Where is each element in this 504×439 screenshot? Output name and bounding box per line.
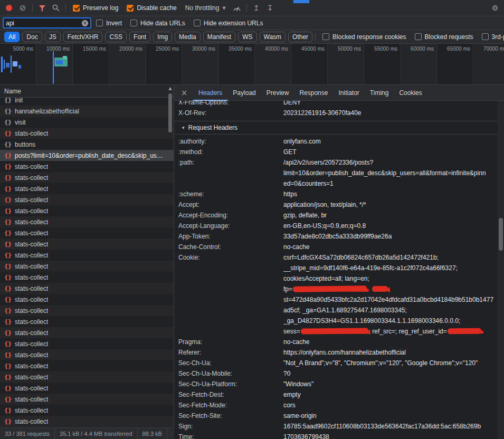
checkbox-3rd-party-requests[interactable]: 3rd-party requests: [482, 33, 504, 41]
checkbox-hide-extension-urls[interactable]: Hide extension URLs: [194, 20, 263, 27]
request-row[interactable]: {}stats-collect: [0, 371, 174, 383]
request-row[interactable]: {}stats-collect: [0, 205, 174, 216]
clear-filter-button[interactable]: ×: [82, 20, 88, 26]
checkbox-icon[interactable]: [96, 20, 103, 26]
type-filter-all[interactable]: All: [4, 32, 20, 42]
request-row[interactable]: {}stats-collect: [0, 261, 174, 272]
checkbox-blocked-response-cookies[interactable]: Blocked response cookies: [322, 33, 406, 41]
clear-icon: ⊘: [20, 3, 26, 13]
request-list-scroll-thumb[interactable]: [168, 93, 172, 132]
request-row[interactable]: {}stats-collect: [0, 128, 174, 139]
name-column-header[interactable]: Name: [0, 85, 174, 98]
request-row[interactable]: {}stats-collect: [0, 194, 174, 205]
checkbox-preserve-log[interactable]: Preserve log: [73, 4, 118, 12]
network-overview-timeline[interactable]: 5000 ms10000 ms15000 ms20000 ms25000 ms3…: [0, 44, 504, 85]
type-filter-js[interactable]: JS: [45, 32, 61, 42]
request-row[interactable]: {}stats-collect: [0, 283, 174, 294]
request-row[interactable]: {}stats-collect: [0, 360, 174, 371]
search-button[interactable]: [49, 2, 63, 14]
request-row[interactable]: {}stats-collect: [0, 238, 174, 250]
type-filter-wasm[interactable]: Wasm: [260, 32, 286, 42]
request-row[interactable]: {}stats-collect: [0, 216, 174, 227]
tab-headers[interactable]: Headers: [193, 85, 227, 101]
request-row[interactable]: {}stats-collect: [0, 416, 174, 427]
request-headers-section[interactable]: ▾ Request Headers: [174, 121, 498, 135]
header-name: Accept:: [178, 199, 283, 210]
request-row[interactable]: {}stats-collect: [0, 305, 174, 316]
tab-initiator[interactable]: Initiator: [333, 85, 364, 101]
request-row[interactable]: {}stats-collect: [0, 161, 174, 172]
request-row[interactable]: {}stats-collect: [0, 183, 174, 194]
network-conditions-button[interactable]: [230, 2, 244, 14]
request-row[interactable]: {}stats-collect: [0, 272, 174, 283]
request-row[interactable]: {}visit: [0, 117, 174, 128]
checkbox-blocked-requests[interactable]: Blocked requests: [415, 33, 473, 41]
request-row[interactable]: {}stats-collect: [0, 383, 174, 394]
request-row[interactable]: {}hannahelizabethofficial: [0, 106, 174, 117]
request-row[interactable]: {}stats-collect: [0, 172, 174, 183]
type-filter-manifest[interactable]: Manifest: [203, 32, 235, 42]
request-row[interactable]: {}stats-collect: [0, 405, 174, 416]
request-type-icon: {}: [4, 407, 12, 413]
checkbox-icon[interactable]: [415, 33, 422, 40]
record-button[interactable]: [2, 2, 16, 14]
checkbox-disable-cache[interactable]: Disable cache: [127, 4, 176, 12]
type-filter-other[interactable]: Other: [288, 32, 312, 42]
checkbox-icon[interactable]: [322, 33, 329, 40]
request-row[interactable]: {}stats-collect: [0, 227, 174, 238]
status-segment: 88.3 kB: [138, 428, 167, 439]
request-row[interactable]: {}init: [0, 98, 174, 106]
tab-preview[interactable]: Preview: [261, 85, 294, 101]
header-value-line: ad5cf; _ga=GA1.1.689275447.1698003345;: [283, 305, 498, 316]
checkbox-icon[interactable]: [73, 5, 80, 12]
clear-button[interactable]: ⊘: [16, 2, 30, 14]
header-value: https://onlyfans.com/hannahelizabethoffi…: [283, 347, 498, 358]
type-filter-css[interactable]: CSS: [105, 32, 127, 42]
filter-toggle-button[interactable]: [35, 2, 49, 14]
request-row[interactable]: {}stats-collect: [0, 338, 174, 349]
request-row[interactable]: {}buttons: [0, 139, 174, 150]
type-filter-fetch-xhr[interactable]: Fetch/XHR: [63, 32, 103, 42]
tab-timing[interactable]: Timing: [365, 85, 394, 101]
header-value: no-cache: [283, 337, 498, 347]
timeline-band: 60000 ms: [401, 44, 437, 84]
request-row[interactable]: {}stats-collect: [0, 294, 174, 305]
checkbox-icon[interactable]: [130, 20, 137, 26]
request-row[interactable]: {}posts?limit=10&order=publish_date_desc…: [0, 150, 174, 161]
detail-scrollbar[interactable]: [498, 101, 504, 439]
type-filter-ws[interactable]: WS: [238, 32, 256, 42]
checkbox-icon[interactable]: [482, 33, 489, 40]
tab-payload[interactable]: Payload: [227, 85, 261, 101]
type-filter-doc[interactable]: Doc: [22, 32, 42, 42]
request-name: stats-collect: [15, 318, 48, 326]
request-type-icon: {}: [4, 141, 12, 147]
export-har-button[interactable]: ↧: [263, 2, 277, 14]
settings-button[interactable]: ⚙: [488, 2, 502, 14]
type-filter-font[interactable]: Font: [129, 32, 150, 42]
import-har-button[interactable]: ↥: [250, 2, 263, 14]
tab-cookies[interactable]: Cookies: [394, 85, 427, 101]
close-detail-button[interactable]: ×: [178, 87, 190, 99]
filter-input[interactable]: [6, 20, 82, 27]
throttling-dropdown[interactable]: No throttling ▼: [185, 4, 226, 12]
checkbox-icon[interactable]: [127, 5, 134, 12]
request-row[interactable]: {}stats-collect: [0, 394, 174, 405]
tab-response[interactable]: Response: [294, 85, 333, 101]
scroll-up-icon[interactable]: ▲: [167, 86, 173, 91]
detail-scroll-thumb[interactable]: [499, 218, 503, 251]
headers-pane: X-Frame-Options:DENYX-Of-Rev:20231226191…: [174, 101, 498, 439]
request-row[interactable]: {}stats-collect: [0, 316, 174, 327]
timeline-tick-label: 30000 ms: [192, 46, 215, 52]
request-list-scrollbar[interactable]: ▲: [167, 86, 173, 423]
checkbox-invert[interactable]: Invert: [96, 20, 122, 27]
type-filter-img[interactable]: Img: [153, 32, 172, 42]
request-type-icon: {}: [4, 396, 12, 402]
request-row[interactable]: {}stats-collect: [0, 327, 174, 338]
request-type-icon: {}: [4, 108, 12, 114]
checkbox-hide-data-urls[interactable]: Hide data URLs: [130, 20, 185, 27]
type-filter-media[interactable]: Media: [175, 32, 201, 42]
checkbox-icon[interactable]: [194, 20, 201, 26]
header-row: X-Of-Rev:202312261916-30670fa40e: [178, 108, 498, 118]
request-row[interactable]: {}stats-collect: [0, 349, 174, 360]
request-row[interactable]: {}stats-collect: [0, 250, 174, 261]
